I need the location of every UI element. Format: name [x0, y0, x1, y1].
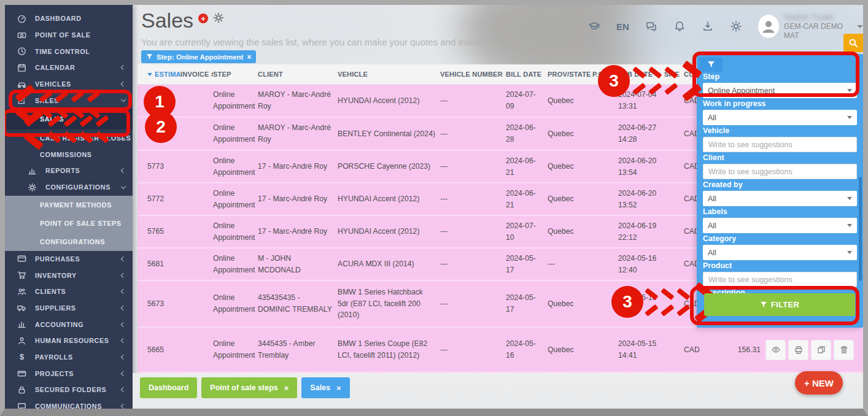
- sidebar-item-communications[interactable]: COMMUNICATIONS: [5, 398, 133, 409]
- sidebar-item-configurations[interactable]: CONFIGURATIONS: [5, 179, 133, 196]
- sidebar-item-time-control[interactable]: TIME CONTROL: [5, 43, 133, 60]
- user-menu-caret-icon[interactable]: [857, 25, 863, 28]
- filter-button[interactable]: FILTER: [704, 293, 855, 316]
- gauge-icon: [17, 14, 26, 23]
- sidebar-item-inventory[interactable]: INVENTORY: [5, 267, 133, 283]
- sidebar-item-calendar[interactable]: CALENDAR: [5, 60, 133, 76]
- config-submenu: PAYMENT METHODS POINT OF SALE STEPS CONF…: [5, 196, 133, 251]
- sidebar-item-vehicles[interactable]: VEHICLES: [5, 76, 133, 93]
- sidebar-item-point-of-sale[interactable]: POINT OF SALE: [5, 27, 133, 44]
- cell-client: 17 - Marc-André Roy: [258, 226, 338, 237]
- sidebar-item-secured-folders[interactable]: SECURED FOLDERS: [5, 382, 133, 398]
- download-icon[interactable]: [702, 20, 714, 33]
- sidebar-item-human-resources[interactable]: HUMAN RESOURCES: [5, 333, 133, 349]
- filter-field: Vehicle: [703, 126, 857, 153]
- sidebar-subitem-configurations[interactable]: CONFIGURATIONS: [5, 233, 133, 251]
- filter-select[interactable]: Online Appointment: [703, 83, 857, 98]
- language-selector[interactable]: EN: [616, 21, 629, 32]
- filter-select[interactable]: All: [703, 218, 857, 233]
- open-tab[interactable]: Sales ×: [301, 377, 349, 398]
- filter-input[interactable]: [703, 164, 857, 179]
- print-button[interactable]: [788, 340, 808, 360]
- filter-select[interactable]: All: [703, 245, 857, 260]
- filter-panel-scrollbar[interactable]: [859, 177, 862, 281]
- sidebar-item-purchases[interactable]: PURCHASES: [5, 251, 133, 268]
- column-header-vehicle-number[interactable]: VEHICLE NUMBER: [440, 71, 506, 78]
- filter-input[interactable]: [703, 137, 857, 152]
- column-header-bill-date[interactable]: BILL DATE: [506, 71, 548, 78]
- cell-vehicle: ACURA MDX III (2014): [338, 258, 440, 270]
- column-header-vehicle[interactable]: VEHICLE: [338, 71, 440, 78]
- view-button[interactable]: [765, 340, 786, 360]
- cell-client: 17 - Marc-André Roy: [258, 193, 338, 205]
- open-tab[interactable]: Dashboard: [140, 377, 197, 398]
- chevron-left-icon: [121, 355, 126, 360]
- sidebar-subitem-cash-register-closes[interactable]: CASH REGISTER CLOSES: [5, 129, 133, 146]
- filter-panel-tab[interactable]: [699, 57, 723, 72]
- new-sale-button[interactable]: + NEW: [795, 371, 843, 395]
- page-title: Sales: [141, 9, 193, 33]
- cell-vehicle-number: ---: [440, 298, 506, 310]
- duplicate-button[interactable]: [811, 340, 831, 360]
- sidebar-item-reports[interactable]: REPORTS: [5, 163, 133, 179]
- settings-gear-icon[interactable]: [730, 20, 742, 33]
- cell-prov-state: Quebec: [548, 344, 592, 356]
- add-sale-icon[interactable]: +: [198, 13, 208, 23]
- user-org: GEM-CAR DEMO MAT: [784, 22, 852, 40]
- chart-icon: [17, 320, 26, 329]
- sidebar-subitem-sales[interactable]: SALES: [5, 109, 133, 129]
- column-header-invoice[interactable]: INVOICE #: [180, 71, 213, 78]
- cell-total: 156.31: [726, 344, 765, 356]
- notifications-bell-icon[interactable]: [673, 20, 686, 33]
- printer-icon: [794, 345, 804, 355]
- open-tab[interactable]: Point of sale steps ×: [201, 377, 297, 398]
- sidebar-item-payrolls[interactable]: $ PAYROLLS: [5, 349, 133, 366]
- remove-filter-icon[interactable]: ×: [247, 53, 251, 61]
- cell-vehicle: PORSCHE Cayenne (2023): [338, 161, 440, 172]
- filter-field-label: Product: [703, 261, 857, 270]
- chat-bubbles-icon[interactable]: [645, 20, 657, 33]
- sidebar-item-accounting[interactable]: ACCOUNTING: [5, 316, 133, 333]
- user-block[interactable]: Nadine Trudel GEM-CAR DEMO MAT: [784, 12, 852, 40]
- close-tab-icon[interactable]: ×: [284, 383, 289, 393]
- search-button[interactable]: [843, 34, 863, 52]
- avatar-person-icon: [759, 17, 778, 36]
- chevron-left-icon: [121, 371, 126, 376]
- filter-select[interactable]: All: [703, 110, 857, 125]
- column-header-step[interactable]: STEP: [213, 71, 258, 78]
- sort-caret-icon: [147, 73, 152, 76]
- sidebar-subitem-commissions[interactable]: COMMISSIONS: [5, 146, 133, 163]
- close-tab-icon[interactable]: ×: [336, 383, 341, 393]
- sidebar-item-dashboard[interactable]: DASHBOARD: [5, 10, 133, 27]
- cell-job-date: 2024-06-20 13:52: [618, 188, 664, 211]
- column-header-prov-state[interactable]: PROV/STATE: [548, 71, 592, 78]
- sidebar-subitem-point-of-sale-steps[interactable]: POINT OF SALE STEPS: [5, 214, 133, 233]
- sidebar-subitem-payment-methods[interactable]: PAYMENT METHODS: [5, 196, 133, 214]
- cell-job-date: 2024-06-19 22:12: [618, 220, 664, 244]
- chevron-left-icon: [121, 289, 126, 294]
- column-header-client[interactable]: CLIENT: [258, 71, 338, 78]
- edit-icon: [17, 96, 26, 105]
- cell-client: 435435435 - DOMINIC TREMBALY: [258, 292, 338, 315]
- column-header-estimate[interactable]: ESTIMATE ⋮: [147, 71, 180, 79]
- column-header-site[interactable]: SITE: [664, 71, 684, 78]
- chevron-down-icon: [121, 183, 126, 188]
- filter-field: Category All: [703, 234, 857, 261]
- avatar[interactable]: [758, 15, 779, 38]
- column-header-po[interactable]: P.O. #: [592, 71, 618, 78]
- sidebar-item-sales[interactable]: SALES: [5, 92, 133, 109]
- cell-vehicle-number: ---: [440, 258, 506, 270]
- sidebar-item-clients[interactable]: CLIENTS: [5, 283, 133, 300]
- filter-field-label: Step: [703, 72, 857, 81]
- training-cap-icon[interactable]: [588, 20, 600, 33]
- cell-prov-state: Quebec: [548, 95, 592, 107]
- column-header-job-date[interactable]: JOB DATE: [618, 71, 664, 78]
- sidebar-item-projects[interactable]: PROJECTS: [5, 365, 133, 382]
- delete-button[interactable]: [834, 340, 854, 360]
- sidebar-item-suppliers[interactable]: SUPPLIERS: [5, 300, 133, 317]
- active-filter-chip[interactable]: Step: Online Appointment ×: [141, 50, 256, 63]
- filter-select[interactable]: All: [703, 191, 857, 206]
- filter-input[interactable]: [703, 272, 857, 287]
- table-row[interactable]: 5665 Online Appointment 3445435 - Amber …: [138, 328, 863, 373]
- page-settings-gear-icon[interactable]: [213, 12, 224, 23]
